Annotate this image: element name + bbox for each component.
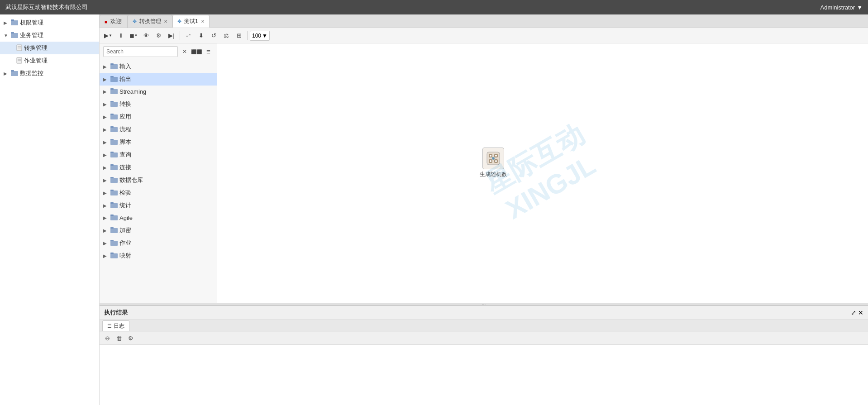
toolbar-btn-btn9[interactable]: ↺ [208,30,219,41]
toolbar-btn-btn10[interactable]: ⚖ [220,30,232,41]
toolbar-btn-run-step[interactable]: ▶| [166,30,177,41]
svg-rect-1 [11,19,14,21]
canvas: 星际互动XINGJL [217,43,868,303]
exec-tab-log[interactable]: ☰日志 [102,320,129,331]
svg-rect-2 [11,33,18,38]
toolbar-btn-settings[interactable]: ⚙ [153,30,165,41]
exec-expand-btn[interactable]: ⤢ [851,309,856,316]
component-group-app[interactable]: ▶应用 [100,110,217,123]
tab-transform[interactable]: ✥转换管理✕ [128,15,172,28]
exec-btn-settings-exec[interactable]: ⚙ [126,334,136,343]
titlebar-right: Administrator ▼ [820,4,863,11]
component-group-mapping[interactable]: ▶映射 [100,249,217,262]
sidebar-item-business[interactable]: ▼业务管理 [0,29,99,42]
component-group-stats[interactable]: ▶统计 [100,199,217,212]
toolbar-btn-btn7[interactable]: ⇌ [182,30,194,41]
component-group-agile[interactable]: ▶Agile [100,212,217,224]
component-group-flow[interactable]: ▶流程 [100,123,217,136]
tab-welcome[interactable]: ■欢迎! [100,15,128,28]
svg-rect-32 [110,191,118,195]
tab-label-welcome: 欢迎! [110,18,123,25]
component-group-label-transform: 转换 [119,100,131,108]
component-list: ▶输入▶输出▶Streaming▶转换▶应用▶流程▶脚本▶查询▶连接▶数据仓库▶… [100,60,217,303]
svg-rect-18 [110,102,118,107]
sidebar-item-data-monitor[interactable]: ▶数据监控 [0,67,99,80]
svg-rect-23 [110,126,114,128]
exec-btn-stop-exec[interactable]: ⊖ [102,334,112,343]
exec-close-btn[interactable]: ✕ [858,309,863,316]
svg-rect-14 [110,77,118,82]
search-clear-btn[interactable]: ✕ [180,47,190,57]
toolbar-btn-play[interactable]: ▶▼ [102,30,114,41]
exec-btn-clear-exec[interactable]: 🗑 [114,334,124,343]
exec-content [100,345,868,405]
canvas-and-panel: ✕ ⬛⬛ ☰ ▶输入▶输出▶Streaming▶转换▶应用▶流程▶脚本▶查询▶连… [100,43,868,405]
svg-rect-10 [11,71,18,76]
tab-test1[interactable]: ✥测试1✕ [172,15,210,28]
toolbar-btn-btn11[interactable]: ⊞ [233,30,245,41]
component-group-input[interactable]: ▶输入 [100,60,217,73]
component-group-query[interactable]: ▶查询 [100,148,217,161]
component-group-connect[interactable]: ▶连接 [100,161,217,174]
component-group-label-mapping: 映射 [119,252,131,260]
component-group-label-stats: 统计 [119,201,131,210]
exec-title: 执行结果 [104,309,128,317]
zoom-value: 100 [252,33,261,39]
sidebar-item-transform-mgmt[interactable]: 转换管理 [0,42,99,54]
toolbar-btn-stop[interactable]: ◼▼ [128,30,139,41]
component-group-label-task: 作业 [119,239,131,247]
zoom-control[interactable]: 100▼ [250,31,270,41]
node-label: 生成随机数 [480,171,507,178]
svg-rect-34 [110,203,118,208]
svg-rect-37 [110,214,114,216]
svg-rect-42 [110,253,118,258]
component-group-inspect[interactable]: ▶检验 [100,186,217,199]
sidebar-item-permissions[interactable]: ▶权限管理 [0,16,99,29]
component-group-encrypt[interactable]: ▶加密 [100,224,217,237]
exec-header: 执行结果 ⤢ ✕ [100,306,868,319]
sidebar-item-task-mgmt[interactable]: 作业管理 [0,54,99,67]
component-group-label-streaming: Streaming [119,88,146,95]
component-group-task[interactable]: ▶作业 [100,237,217,249]
component-group-label-query: 查询 [119,151,131,159]
svg-point-49 [490,155,491,157]
search-bar: ✕ ⬛⬛ ☰ [100,43,217,60]
main-panel: ✕ ⬛⬛ ☰ ▶输入▶输出▶Streaming▶转换▶应用▶流程▶脚本▶查询▶连… [100,43,868,303]
exec-panel: 执行结果 ⤢ ✕ ☰日志 ⊖🗑⚙ [100,305,868,405]
component-group-output[interactable]: ▶输出 [100,73,217,86]
component-group-script[interactable]: ▶脚本 [100,136,217,148]
svg-rect-15 [110,76,114,77]
component-group-transform[interactable]: ▶转换 [100,98,217,110]
svg-rect-41 [110,240,114,241]
component-group-streaming[interactable]: ▶Streaming [100,86,217,98]
component-group-label-inspect: 检验 [119,189,131,197]
user-dropdown-arrow[interactable]: ▼ [857,4,863,11]
svg-point-51 [490,160,491,162]
component-group-datawarehouse[interactable]: ▶数据仓库 [100,174,217,186]
toolbar: ▶▼⏸◼▼👁⚙▶|⇌⬇↺⚖⊞100▼ [100,28,868,43]
toolbar-btn-pause[interactable]: ⏸ [115,30,127,41]
component-group-label-encrypt: 加密 [119,226,131,234]
zoom-dropdown-arrow: ▼ [262,33,267,39]
svg-rect-0 [11,20,18,25]
svg-rect-39 [110,227,114,229]
tab-close-transform[interactable]: ✕ [164,19,167,24]
sidebar: ▶权限管理▼业务管理转换管理作业管理▶数据监控 [0,14,100,405]
component-group-label-output: 输出 [119,75,131,83]
tab-close-test1[interactable]: ✕ [201,19,205,24]
svg-rect-12 [110,64,118,69]
svg-rect-11 [11,70,14,71]
svg-rect-13 [110,63,114,65]
component-group-label-flow: 流程 [119,125,131,133]
tabbar: ■欢迎!✥转换管理✕✥测试1✕ [100,14,868,28]
toolbar-btn-btn8[interactable]: ⬇ [195,30,207,41]
user-name: Administrator [820,4,855,11]
svg-rect-43 [110,253,114,254]
layout-btn-list[interactable]: ☰ [203,47,213,57]
canvas-node-generate-random[interactable]: 生成随机数 [480,148,507,178]
svg-rect-36 [110,215,118,220]
search-input[interactable] [103,46,178,57]
toolbar-btn-preview[interactable]: 👁 [140,30,152,41]
svg-rect-25 [110,139,114,140]
layout-btn-grid[interactable]: ⬛⬛ [191,47,201,57]
